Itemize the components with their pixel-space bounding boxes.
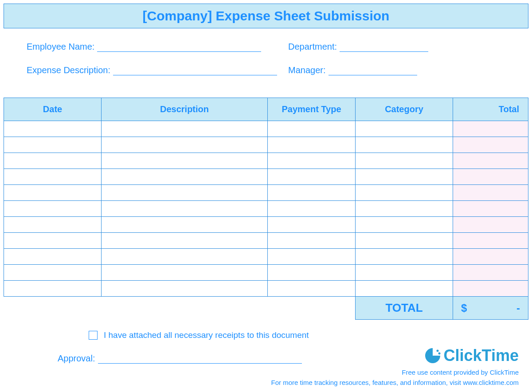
- table-row: [4, 281, 528, 297]
- cell-cat[interactable]: [356, 217, 453, 233]
- table-row: [4, 121, 528, 137]
- cell-pay[interactable]: [268, 121, 356, 137]
- header-description: Description: [102, 98, 268, 121]
- clicktime-logo-text: ClickTime: [444, 346, 519, 365]
- cell-cat[interactable]: [356, 201, 453, 217]
- table-row: [4, 265, 528, 281]
- cell-desc[interactable]: [102, 121, 268, 137]
- cell-date[interactable]: [4, 281, 102, 297]
- cell-date[interactable]: [4, 121, 102, 137]
- cell-pay[interactable]: [268, 217, 356, 233]
- clicktime-icon: [423, 346, 442, 365]
- employee-name-label: Employee Name:: [27, 42, 94, 52]
- cell-cat[interactable]: [356, 233, 453, 249]
- cell-desc[interactable]: [102, 233, 268, 249]
- cell-cat[interactable]: [356, 265, 453, 281]
- cell-desc[interactable]: [102, 281, 268, 297]
- cell-cat[interactable]: [356, 281, 453, 297]
- table-row: [4, 201, 528, 217]
- cell-desc[interactable]: [102, 137, 268, 153]
- table-row: [4, 217, 528, 233]
- cell-pay[interactable]: [268, 169, 356, 185]
- cell-date[interactable]: [4, 249, 102, 265]
- approval-label: Approval:: [58, 353, 95, 364]
- cell-pay[interactable]: [268, 201, 356, 217]
- cell-total[interactable]: [453, 201, 528, 217]
- footer-line-1: Free use content provided by ClickTime: [271, 368, 519, 378]
- cell-pay[interactable]: [268, 233, 356, 249]
- cell-date[interactable]: [4, 169, 102, 185]
- title-bar: [Company] Expense Sheet Submission: [4, 4, 528, 28]
- cell-total[interactable]: [453, 249, 528, 265]
- table-row: [4, 233, 528, 249]
- cell-total[interactable]: [453, 185, 528, 201]
- cell-pay[interactable]: [268, 281, 356, 297]
- receipts-checkbox-row: I have attached all necessary receipts t…: [89, 330, 532, 340]
- department-input[interactable]: [340, 42, 428, 52]
- cell-date[interactable]: [4, 265, 102, 281]
- cell-pay[interactable]: [268, 249, 356, 265]
- cell-total[interactable]: [453, 153, 528, 169]
- expense-table: Date Description Payment Type Category T…: [4, 98, 528, 320]
- cell-pay[interactable]: [268, 137, 356, 153]
- table-row: [4, 185, 528, 201]
- cell-cat[interactable]: [356, 249, 453, 265]
- svg-point-0: [436, 350, 438, 352]
- header-date: Date: [4, 98, 102, 121]
- receipts-checkbox[interactable]: [89, 331, 98, 340]
- info-section: Employee Name: Department: Expense Descr…: [0, 28, 532, 98]
- cell-pay[interactable]: [268, 265, 356, 281]
- header-total: Total: [453, 98, 528, 121]
- cell-total[interactable]: [453, 121, 528, 137]
- cell-desc[interactable]: [102, 169, 268, 185]
- footer-line-2: For more time tracking resources, featur…: [271, 378, 519, 388]
- cell-date[interactable]: [4, 185, 102, 201]
- manager-input[interactable]: [329, 66, 417, 75]
- currency-symbol: $: [461, 302, 467, 314]
- expense-description-field: Expense Description:: [27, 65, 288, 75]
- header-category: Category: [356, 98, 453, 121]
- cell-date[interactable]: [4, 217, 102, 233]
- grand-total-value: $ -: [453, 297, 528, 320]
- cell-desc[interactable]: [102, 265, 268, 281]
- department-field: Department:: [288, 42, 505, 52]
- header-payment-type: Payment Type: [268, 98, 356, 121]
- cell-total[interactable]: [453, 281, 528, 297]
- total-amount: -: [516, 302, 520, 314]
- cell-cat[interactable]: [356, 185, 453, 201]
- svg-point-1: [438, 353, 440, 355]
- manager-field: Manager:: [288, 65, 505, 75]
- clicktime-logo: ClickTime: [271, 346, 519, 365]
- receipts-checkbox-label: I have attached all necessary receipts t…: [104, 330, 309, 340]
- department-label: Department:: [288, 42, 337, 52]
- cell-total[interactable]: [453, 217, 528, 233]
- cell-date[interactable]: [4, 233, 102, 249]
- cell-pay[interactable]: [268, 185, 356, 201]
- cell-cat[interactable]: [356, 137, 453, 153]
- cell-desc[interactable]: [102, 217, 268, 233]
- cell-cat[interactable]: [356, 169, 453, 185]
- cell-date[interactable]: [4, 137, 102, 153]
- table-row: [4, 169, 528, 185]
- grand-total-row: TOTAL $ -: [4, 297, 528, 320]
- cell-total[interactable]: [453, 169, 528, 185]
- employee-name-field: Employee Name:: [27, 42, 288, 52]
- expense-description-input[interactable]: [113, 66, 277, 75]
- manager-label: Manager:: [288, 65, 326, 75]
- cell-pay[interactable]: [268, 153, 356, 169]
- cell-desc[interactable]: [102, 201, 268, 217]
- cell-desc[interactable]: [102, 249, 268, 265]
- page-title: [Company] Expense Sheet Submission: [4, 8, 528, 24]
- cell-total[interactable]: [453, 233, 528, 249]
- cell-date[interactable]: [4, 201, 102, 217]
- cell-total[interactable]: [453, 137, 528, 153]
- cell-date[interactable]: [4, 153, 102, 169]
- cell-cat[interactable]: [356, 153, 453, 169]
- cell-total[interactable]: [453, 265, 528, 281]
- table-row: [4, 153, 528, 169]
- cell-desc[interactable]: [102, 153, 268, 169]
- cell-cat[interactable]: [356, 121, 453, 137]
- expense-description-label: Expense Description:: [27, 65, 110, 75]
- employee-name-input[interactable]: [97, 42, 261, 52]
- cell-desc[interactable]: [102, 185, 268, 201]
